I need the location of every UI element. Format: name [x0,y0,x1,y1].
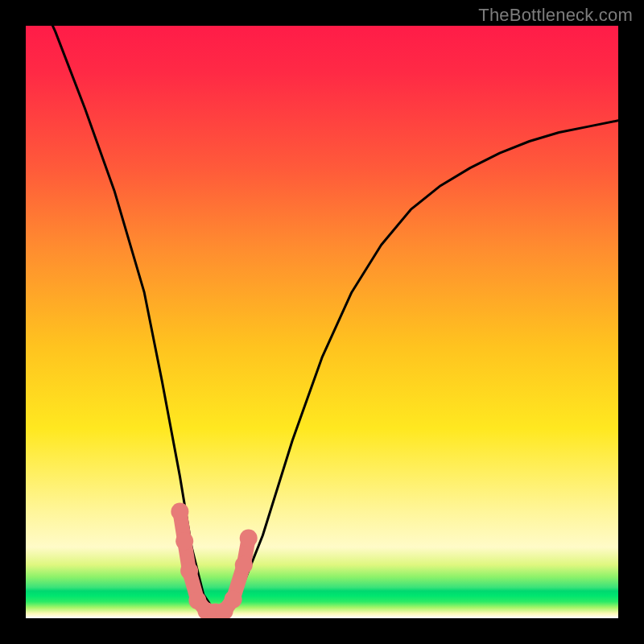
curve-marker [171,503,188,521]
bottleneck-curve-path [26,26,618,613]
curve-marker [225,590,242,608]
plot-area [26,26,618,618]
curve-marker [180,562,198,580]
bottleneck-curve [26,26,618,618]
curve-marker [240,530,258,547]
curve-marker [235,556,253,574]
curve-marker [175,532,193,550]
chart-frame: TheBottleneck.com [0,0,644,644]
attribution-watermark: TheBottleneck.com [478,5,633,26]
